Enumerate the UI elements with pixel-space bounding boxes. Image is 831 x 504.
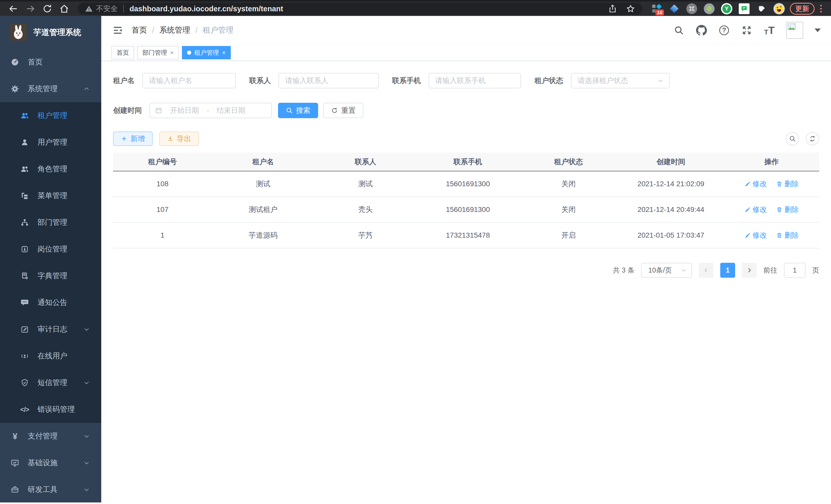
browser-forward-button[interactable] <box>23 3 37 14</box>
cell-actions: 修改 删除 <box>724 171 819 197</box>
github-link[interactable] <box>696 25 707 36</box>
contact-label: 联系人 <box>249 76 271 86</box>
close-icon[interactable]: × <box>170 49 174 56</box>
search-icon <box>789 135 796 142</box>
cell-status: 关闭 <box>519 171 618 197</box>
sidebar-toggle-button[interactable] <box>112 24 124 36</box>
delete-link[interactable]: 删除 <box>776 205 799 214</box>
sidebar-item-tenant[interactable]: 租户管理 <box>0 102 101 129</box>
share-button[interactable] <box>608 4 617 13</box>
sidebar-item-role[interactable]: 角色管理 <box>0 156 101 182</box>
add-button[interactable]: 新增 <box>113 131 153 146</box>
sidebar-item-infra[interactable]: 基础设施 <box>0 449 101 476</box>
search-button[interactable]: 搜索 <box>278 103 318 118</box>
sidebar-item-menu[interactable]: 菜单管理 <box>0 182 101 209</box>
bookmark-button[interactable] <box>626 4 635 13</box>
edit-link[interactable]: 修改 <box>744 205 767 214</box>
prev-page-button[interactable] <box>699 263 714 278</box>
browser-menu-button[interactable] <box>817 5 825 12</box>
top-navbar: 首页 / 系统管理 / 租户管理 ? T <box>101 16 831 45</box>
cell-status: 开启 <box>519 223 618 248</box>
fullscreen-button[interactable] <box>741 25 752 36</box>
breadcrumb-current: 租户管理 <box>203 25 234 35</box>
breadcrumb-home[interactable]: 首页 <box>132 25 147 35</box>
goto-page-input[interactable] <box>784 263 806 278</box>
sidebar-item-notice[interactable]: 通知公告 <box>0 289 101 316</box>
reset-button[interactable]: 重置 <box>323 103 363 118</box>
show-search-toggle-button[interactable] <box>786 132 799 145</box>
sidebar: 芋道管理系统 首页 系统管理 <box>0 16 101 502</box>
tab-tenant[interactable]: 租户管理 × <box>182 46 231 59</box>
sidebar-item-sms[interactable]: 短信管理 <box>0 369 101 396</box>
sidebar-item-dept[interactable]: 部门管理 <box>0 209 101 236</box>
delete-link[interactable]: 删除 <box>776 230 799 240</box>
browser-reload-button[interactable] <box>40 3 55 14</box>
not-secure-warning-icon <box>85 5 93 13</box>
gem-icon <box>670 4 679 13</box>
chrome-update-button[interactable]: 更新 <box>790 3 814 14</box>
sidebar-item-label: 错误码管理 <box>37 404 75 415</box>
extensions-puzzle-button[interactable] <box>756 3 767 14</box>
close-icon[interactable]: × <box>222 49 226 56</box>
org-tree-icon <box>20 218 29 227</box>
avatar-dropdown-caret-icon[interactable] <box>814 29 821 32</box>
sidebar-item-error-code[interactable]: </> 错误码管理 <box>0 396 101 423</box>
dictionary-icon <box>20 271 29 280</box>
page-number-current[interactable]: 1 <box>720 263 735 278</box>
contact-input[interactable] <box>279 73 379 88</box>
breadcrumb-system[interactable]: 系统管理 <box>159 25 190 35</box>
font-size-button[interactable]: TT <box>764 25 775 36</box>
cell-contact: 芋艿 <box>314 223 417 248</box>
header-search-button[interactable] <box>673 25 685 36</box>
profile-avatar-button[interactable] <box>773 3 785 14</box>
logo-image <box>10 24 27 41</box>
select-placeholder: 请选择租户状态 <box>578 76 628 86</box>
delete-link[interactable]: 删除 <box>776 179 799 189</box>
edit-link[interactable]: 修改 <box>744 230 767 240</box>
mobile-input[interactable] <box>429 73 521 88</box>
status-label: 租户状态 <box>535 76 563 86</box>
sidebar-item-payment[interactable]: ¥ 支付管理 <box>0 423 101 449</box>
edit-link[interactable]: 修改 <box>744 179 767 189</box>
user-avatar[interactable] <box>786 22 803 39</box>
export-label: 导出 <box>177 134 191 144</box>
extension-command-button[interactable] <box>686 3 697 14</box>
tenant-name-input[interactable] <box>142 73 236 88</box>
next-page-button[interactable] <box>742 263 757 278</box>
extension-grid-button[interactable]: 10 <box>651 3 662 14</box>
app-logo-header[interactable]: 芋道管理系统 <box>0 16 101 49</box>
refresh-table-button[interactable] <box>806 132 819 145</box>
sidebar-item-devtools[interactable]: 研发工具 <box>0 476 101 502</box>
tab-dept[interactable]: 部门管理 × <box>137 46 179 59</box>
sidebar-item-dict[interactable]: 字典管理 <box>0 263 101 289</box>
home-icon <box>59 4 69 14</box>
trash-icon <box>776 206 783 213</box>
edit-log-icon <box>20 325 29 334</box>
sidebar-item-home[interactable]: 首页 <box>0 49 101 76</box>
sidebar-item-online-users[interactable]: 在线用户 <box>0 343 101 369</box>
sidebar-item-post[interactable]: 岗位管理 <box>0 236 101 263</box>
fullscreen-icon <box>742 25 752 35</box>
date-range-picker[interactable]: - <box>149 103 272 118</box>
export-button[interactable]: 导出 <box>159 131 199 146</box>
date-start-input[interactable] <box>164 106 205 115</box>
extension-dot-button[interactable] <box>704 3 715 14</box>
browser-home-button[interactable] <box>57 3 71 14</box>
date-end-input[interactable] <box>210 106 252 115</box>
sidebar-item-system[interactable]: 系统管理 <box>0 76 101 102</box>
help-doc-button[interactable]: ? <box>718 25 730 36</box>
tab-home[interactable]: 首页 <box>112 46 134 59</box>
extension-y-button[interactable]: Y <box>721 3 732 14</box>
address-bar[interactable]: 不安全 dashboard.yudao.iocoder.cn/system/te… <box>78 3 642 14</box>
tenant-status-select[interactable]: 请选择租户状态 <box>571 73 670 88</box>
sidebar-item-label: 角色管理 <box>37 164 67 174</box>
browser-back-button[interactable] <box>6 3 21 14</box>
sidebar-item-user[interactable]: 用户管理 <box>0 129 101 156</box>
sidebar-item-audit-log[interactable]: 审计日志 <box>0 316 101 343</box>
extension-chat-button[interactable] <box>739 3 750 14</box>
page-size-select[interactable]: 10条/页 <box>641 263 692 278</box>
extension-gem-button[interactable] <box>668 3 680 14</box>
sidebar-item-label: 首页 <box>28 57 42 67</box>
font-size-icon: TT <box>764 25 774 35</box>
cell-status: 关闭 <box>519 197 618 223</box>
